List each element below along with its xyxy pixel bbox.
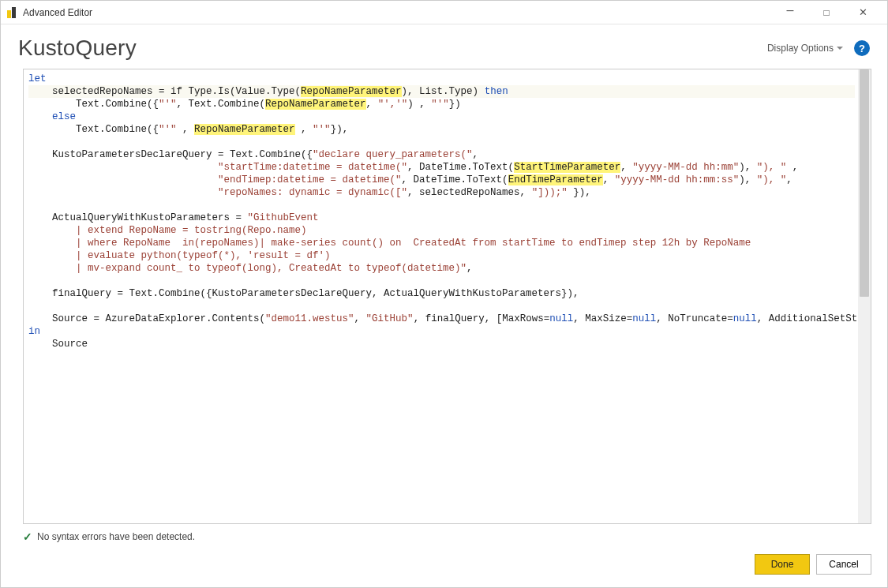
display-options-dropdown[interactable]: Display Options [767, 43, 843, 54]
chevron-down-icon [837, 47, 843, 50]
scrollbar-thumb[interactable] [860, 69, 869, 297]
maximize-button[interactable] [808, 1, 845, 24]
window-controls [772, 1, 881, 24]
window-title: Advanced Editor [23, 7, 92, 18]
scrollbar[interactable] [858, 69, 871, 523]
footer: Done Cancel [1, 546, 887, 587]
page-title: KustoQuery [18, 36, 137, 61]
status-message: No syntax errors have been detected. [37, 531, 195, 542]
minimize-button[interactable] [772, 1, 808, 24]
help-icon[interactable]: ? [854, 40, 870, 56]
powerbi-icon [7, 7, 18, 18]
close-button[interactable] [845, 1, 881, 24]
status-bar: ✓ No syntax errors have been detected. [1, 527, 887, 546]
display-options-label: Display Options [767, 43, 834, 54]
header: KustoQuery Display Options ? [1, 24, 887, 66]
check-icon: ✓ [23, 530, 32, 543]
cancel-button[interactable]: Cancel [816, 554, 871, 575]
code-editor[interactable]: let selectedRepoNames = if Type.Is(Value… [23, 69, 871, 524]
code-content[interactable]: let selectedRepoNames = if Type.Is(Value… [24, 69, 858, 523]
title-bar: Advanced Editor [1, 1, 887, 24]
done-button[interactable]: Done [755, 554, 810, 575]
